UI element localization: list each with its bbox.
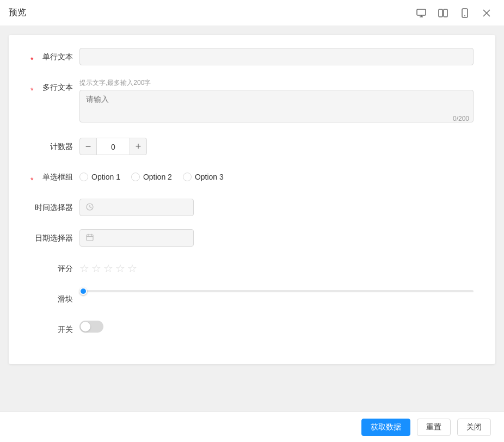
- svg-rect-0: [417, 9, 426, 15]
- close-icon: [482, 9, 491, 17]
- split-view-button[interactable]: [434, 4, 452, 22]
- counter-increment-button[interactable]: +: [130, 138, 147, 155]
- textarea-wrap: 0/200: [79, 90, 474, 125]
- star-2[interactable]: ☆: [91, 260, 101, 277]
- time-picker-input[interactable]: [79, 199, 194, 216]
- clock-icon: [86, 203, 94, 212]
- counter-row: 计数器 − 0 +: [30, 138, 474, 155]
- close-button-bottom[interactable]: 关闭: [457, 419, 491, 436]
- multi-line-control: 提示文字,最多输入200字 0/200: [79, 78, 474, 125]
- slider-wrap: [79, 290, 474, 292]
- multi-line-hint: 提示文字,最多输入200字: [79, 78, 474, 88]
- multi-line-row: 多行文本 提示文字,最多输入200字 0/200: [30, 78, 474, 125]
- radio-label: 单选框组: [30, 168, 79, 186]
- star-4[interactable]: ☆: [115, 260, 125, 277]
- slider-input[interactable]: [79, 290, 474, 292]
- window-controls: [413, 4, 495, 22]
- split-icon: [438, 8, 448, 18]
- svg-rect-12: [87, 235, 93, 241]
- switch-row: 开关: [30, 321, 474, 338]
- main-content: 单行文本 多行文本 提示文字,最多输入200字 0/200 计数器 −: [0, 26, 504, 412]
- single-line-control: [79, 48, 474, 65]
- rating-label: 评分: [30, 260, 79, 277]
- mobile-view-button[interactable]: [456, 4, 474, 22]
- slider-control: [79, 290, 474, 292]
- page-title: 预览: [9, 7, 26, 19]
- counter-value: 0: [97, 138, 130, 155]
- textarea-count: 0/200: [453, 115, 469, 122]
- single-line-row: 单行文本: [30, 48, 474, 65]
- star-rating: ☆ ☆ ☆ ☆ ☆: [79, 260, 474, 277]
- svg-line-11: [90, 207, 91, 208]
- counter-decrement-button[interactable]: −: [79, 138, 97, 155]
- radio-circle-3: [183, 173, 192, 181]
- star-1[interactable]: ☆: [79, 260, 89, 277]
- single-line-label: 单行文本: [30, 48, 79, 65]
- reset-button[interactable]: 重置: [417, 419, 451, 436]
- fetch-data-button[interactable]: 获取数据: [361, 419, 410, 436]
- star-3[interactable]: ☆: [103, 260, 113, 277]
- slider-label: 滑块: [30, 290, 79, 308]
- radio-label-3: Option 3: [195, 168, 224, 186]
- svg-rect-3: [439, 9, 442, 17]
- svg-rect-4: [444, 9, 447, 17]
- radio-label-2: Option 2: [143, 168, 172, 186]
- date-picker-row: 日期选择器: [30, 229, 474, 247]
- multi-line-label: 多行文本: [30, 78, 79, 96]
- time-picker-control: [79, 199, 474, 216]
- slider-row: 滑块: [30, 290, 474, 308]
- radio-option-1[interactable]: Option 1: [79, 168, 120, 186]
- toggle-knob: [81, 322, 90, 331]
- radio-option-2[interactable]: Option 2: [131, 168, 172, 186]
- date-picker-control: [79, 229, 474, 247]
- toggle-switch[interactable]: [79, 321, 103, 333]
- counter-widget: − 0 +: [79, 138, 474, 155]
- desktop-icon: [416, 8, 426, 18]
- time-picker-label: 时间选择器: [30, 199, 79, 216]
- bottom-bar: 获取数据 重置 关闭: [0, 412, 504, 442]
- counter-label: 计数器: [30, 138, 79, 155]
- radio-control: Option 1 Option 2 Option 3: [79, 168, 474, 186]
- rating-row: 评分 ☆ ☆ ☆ ☆ ☆: [30, 260, 474, 277]
- single-line-input[interactable]: [79, 48, 474, 65]
- multi-line-input[interactable]: [79, 90, 474, 122]
- radio-option-3[interactable]: Option 3: [183, 168, 224, 186]
- form-card: 单行文本 多行文本 提示文字,最多输入200字 0/200 计数器 −: [9, 35, 495, 364]
- date-picker-input[interactable]: [79, 229, 194, 247]
- close-button[interactable]: [478, 4, 495, 22]
- mobile-icon: [460, 8, 470, 18]
- switch-wrap: [79, 321, 474, 333]
- svg-point-6: [464, 15, 465, 16]
- switch-label: 开关: [30, 321, 79, 338]
- desktop-view-button[interactable]: [413, 4, 430, 22]
- radio-group: Option 1 Option 2 Option 3: [79, 168, 474, 186]
- radio-label-1: Option 1: [91, 168, 120, 186]
- date-picker-label: 日期选择器: [30, 229, 79, 247]
- calendar-icon: [86, 234, 94, 243]
- title-bar: 预览: [0, 0, 504, 26]
- time-picker-row: 时间选择器: [30, 199, 474, 216]
- counter-control: − 0 +: [79, 138, 474, 155]
- rating-control: ☆ ☆ ☆ ☆ ☆: [79, 260, 474, 277]
- switch-control: [79, 321, 474, 333]
- radio-circle-1: [79, 173, 88, 181]
- star-5[interactable]: ☆: [127, 260, 137, 277]
- radio-circle-2: [131, 173, 140, 181]
- radio-row: 单选框组 Option 1 Option 2 Option 3: [30, 168, 474, 186]
